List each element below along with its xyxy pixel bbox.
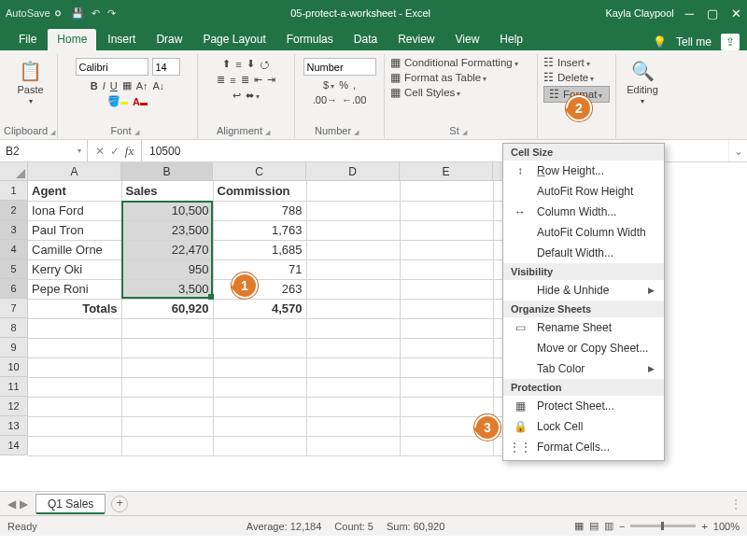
menu-column-width[interactable]: ↔Column Width... — [503, 202, 664, 222]
minimize-icon[interactable]: ─ — [685, 7, 694, 21]
zoom-in-icon[interactable]: + — [701, 521, 707, 532]
view-normal-icon[interactable]: ▦ — [574, 520, 584, 532]
align-left-button[interactable]: ≣ — [217, 74, 225, 86]
number-format[interactable] — [303, 58, 376, 76]
user-name[interactable]: Kayla Claypool — [605, 7, 679, 19]
grow-font-button[interactable]: A↑ — [136, 80, 148, 91]
tab-insert[interactable]: Insert — [98, 29, 145, 50]
row-header[interactable]: 5 — [0, 259, 28, 279]
tab-data[interactable]: Data — [345, 29, 387, 50]
menu-hide-unhide[interactable]: Hide & Unhide▶ — [503, 280, 664, 301]
menu-autofit-row[interactable]: AutoFit Row Height — [503, 181, 664, 202]
sheet-tab[interactable]: Q1 Sales — [35, 494, 106, 513]
row-header[interactable]: 4 — [0, 240, 28, 259]
menu-tab-color[interactable]: Tab Color▶ — [503, 358, 664, 379]
view-break-icon[interactable]: ▥ — [604, 520, 613, 532]
tab-formulas[interactable]: Formulas — [277, 29, 343, 50]
orientation-button[interactable]: ⭯ — [260, 59, 270, 70]
italic-button[interactable]: I — [103, 80, 106, 91]
row-header[interactable]: 6 — [0, 279, 28, 299]
tab-draw[interactable]: Draw — [147, 29, 191, 50]
tab-pagelayout[interactable]: Page Layout — [193, 29, 275, 50]
tab-view[interactable]: View — [446, 29, 489, 50]
row-header[interactable]: 2 — [0, 201, 28, 220]
col-header[interactable]: A — [28, 162, 121, 181]
tab-home[interactable]: Home — [48, 29, 96, 50]
bold-button[interactable]: B — [91, 80, 98, 91]
tab-help[interactable]: Help — [490, 29, 532, 50]
paste-button[interactable]: 📋 Paste ▾ — [13, 56, 49, 105]
font-color-button[interactable]: A — [133, 96, 148, 107]
zoom-slider[interactable] — [630, 525, 696, 527]
font-size[interactable] — [152, 58, 180, 76]
indent-inc-button[interactable]: ⇥ — [267, 74, 275, 86]
next-sheet-icon[interactable]: ▶ — [20, 497, 28, 511]
cell-styles-button[interactable]: ▦Cell Styles — [390, 86, 531, 99]
name-box[interactable]: B2 — [0, 140, 88, 161]
row-header[interactable]: 7 — [0, 299, 28, 318]
menu-protect-sheet[interactable]: ▦Protect Sheet... — [503, 396, 664, 416]
menu-row-height[interactable]: ↕RRow Height...ow Height... — [503, 161, 664, 181]
row-header[interactable]: 9 — [0, 338, 28, 357]
row-header[interactable]: 8 — [0, 318, 28, 338]
align-bottom-button[interactable]: ⬇ — [247, 58, 255, 70]
editing-button[interactable]: 🔍 Editing ▾ — [625, 56, 660, 105]
conditional-formatting-button[interactable]: ▦Conditional Formatting — [390, 56, 531, 69]
save-icon[interactable]: 💾 — [71, 7, 84, 20]
col-header[interactable]: B — [121, 162, 213, 181]
indent-dec-button[interactable]: ⇤ — [254, 74, 262, 86]
insert-cells-button[interactable]: ☷Insert — [543, 56, 610, 69]
wrap-text-button[interactable]: ↩ — [233, 90, 241, 102]
redo-icon[interactable]: ↷ — [107, 7, 116, 20]
merge-button[interactable]: ⬌ — [246, 90, 260, 102]
align-top-button[interactable]: ⬆ — [222, 58, 231, 70]
row-header[interactable]: 12 — [0, 397, 28, 416]
border-button[interactable]: ▦ — [122, 79, 132, 91]
row-header[interactable]: 1 — [0, 181, 28, 201]
underline-button[interactable]: U — [110, 80, 118, 91]
enter-icon[interactable]: ✓ — [110, 145, 120, 158]
percent-button[interactable]: % — [339, 79, 348, 91]
close-icon[interactable]: ✕ — [731, 7, 741, 21]
expand-fbar-icon[interactable]: ⌄ — [728, 140, 747, 161]
zoom-level[interactable]: 100% — [713, 521, 740, 532]
row-header[interactable]: 11 — [0, 377, 28, 397]
menu-format-cells[interactable]: ⋮⋮Format Cells... — [503, 437, 664, 457]
row-header[interactable]: 13 — [0, 416, 28, 436]
menu-rename-sheet[interactable]: ▭Rename Sheet — [503, 317, 664, 338]
align-right-button[interactable]: ≣ — [241, 74, 249, 86]
menu-autofit-col[interactable]: AutoFit Column Width — [503, 222, 664, 243]
tab-review[interactable]: Review — [388, 29, 444, 50]
row-header[interactable]: 3 — [0, 220, 28, 240]
autosave-toggle[interactable]: AutoSave ⭘ — [6, 7, 63, 19]
fx-icon[interactable]: fx — [125, 144, 134, 159]
decrease-decimal-button[interactable]: ←.00 — [342, 94, 366, 105]
comma-button[interactable]: , — [353, 79, 356, 91]
align-middle-button[interactable]: ≡ — [235, 59, 241, 70]
menu-default-width[interactable]: Default Width... — [503, 243, 664, 263]
view-layout-icon[interactable]: ▤ — [589, 520, 599, 532]
cancel-icon[interactable]: ✕ — [95, 145, 105, 158]
delete-cells-button[interactable]: ☷Delete — [543, 71, 610, 84]
col-header[interactable]: E — [400, 162, 493, 181]
row-header[interactable]: 10 — [0, 357, 28, 377]
accounting-button[interactable]: $ — [323, 79, 334, 91]
tellme-text[interactable]: Tell me — [676, 35, 712, 49]
zoom-out-icon[interactable]: − — [619, 521, 625, 532]
add-sheet-button[interactable]: + — [111, 496, 128, 512]
prev-sheet-icon[interactable]: ◀ — [7, 497, 16, 511]
col-header[interactable]: D — [306, 162, 400, 181]
restore-icon[interactable]: ▢ — [707, 7, 718, 21]
select-all-corner[interactable] — [0, 162, 28, 181]
share-icon[interactable]: ⇪ — [721, 34, 740, 50]
fill-color-button[interactable]: 🪣 — [107, 95, 128, 107]
undo-icon[interactable]: ↶ — [92, 7, 100, 20]
menu-lock-cell[interactable]: 🔒Lock Cell — [503, 416, 664, 437]
font-face[interactable] — [76, 58, 148, 76]
increase-decimal-button[interactable]: .00→ — [313, 94, 337, 105]
row-header[interactable]: 14 — [0, 436, 28, 455]
format-as-table-button[interactable]: ▦Format as Table — [390, 71, 531, 84]
shrink-font-button[interactable]: A↓ — [152, 80, 164, 91]
align-center-button[interactable]: ≡ — [230, 75, 235, 86]
menu-move-copy[interactable]: Move or Copy Sheet... — [503, 338, 664, 358]
